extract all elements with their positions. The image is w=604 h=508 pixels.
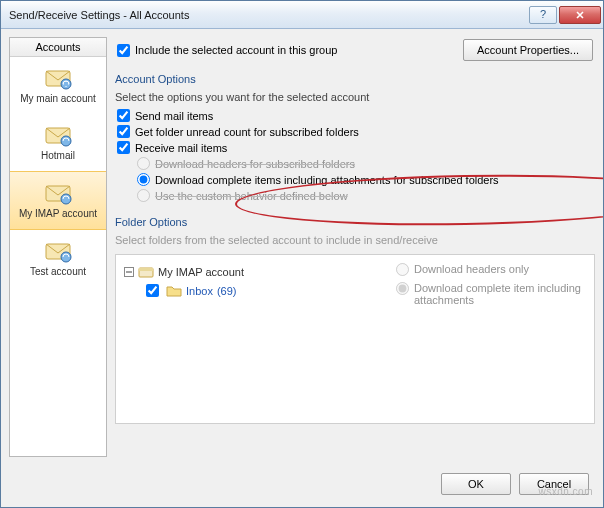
main-panel: Include the selected account in this gro… <box>115 37 595 457</box>
ok-button[interactable]: OK <box>441 473 511 495</box>
account-properties-button[interactable]: Account Properties... <box>463 39 593 61</box>
include-account-label: Include the selected account in this gro… <box>135 44 337 56</box>
receive-mail-option[interactable]: Receive mail items <box>117 141 595 154</box>
dialog-body: Accounts My main account Hotmail My IMAP… <box>1 29 603 465</box>
collapse-icon[interactable] <box>124 267 134 277</box>
cancel-button[interactable]: Cancel <box>519 473 589 495</box>
receive-mail-checkbox[interactable] <box>117 141 130 154</box>
dialog-footer: OK Cancel <box>1 465 603 507</box>
tree-inbox-row[interactable]: Inbox (69) <box>124 281 386 300</box>
folder-download-mode: Download headers only Download complete … <box>396 263 586 415</box>
folder-mode-complete-label: Download complete item including attachm… <box>414 282 586 306</box>
sidebar-item-main-account[interactable]: My main account <box>10 57 106 114</box>
top-row: Include the selected account in this gro… <box>115 37 595 65</box>
unread-count-option[interactable]: Get folder unread count for subscribed f… <box>117 125 595 138</box>
sidebar-item-imap-account[interactable]: My IMAP account <box>10 171 106 230</box>
receive-mode-group: Download headers for subscribed folders … <box>117 157 595 202</box>
accounts-header: Accounts <box>10 38 106 57</box>
folder-options-hint: Select folders from the selected account… <box>115 232 595 248</box>
mode-headers-label: Download headers for subscribed folders <box>155 158 355 170</box>
svg-text:?: ? <box>540 10 546 20</box>
folder-mode-headers-option: Download headers only <box>396 263 586 276</box>
folder-mode-headers-label: Download headers only <box>414 263 529 275</box>
account-icon <box>42 238 74 264</box>
help-button[interactable]: ? <box>529 6 557 24</box>
send-mail-checkbox[interactable] <box>117 109 130 122</box>
receive-mail-label: Receive mail items <box>135 142 227 154</box>
unread-count-checkbox[interactable] <box>117 125 130 138</box>
mode-complete-radio[interactable] <box>137 173 150 186</box>
folder-mode-headers-radio <box>396 263 409 276</box>
folder-mode-complete-radio <box>396 282 409 295</box>
sidebar-item-test-account[interactable]: Test account <box>10 230 106 287</box>
folder-options-title: Folder Options <box>115 212 595 228</box>
accounts-sidebar: Accounts My main account Hotmail My IMAP… <box>9 37 107 457</box>
inbox-checkbox[interactable] <box>146 284 159 297</box>
sidebar-item-label: Hotmail <box>41 150 75 161</box>
mode-complete-option[interactable]: Download complete items including attach… <box>137 173 595 186</box>
folder-icon <box>166 285 182 297</box>
folder-tree: My IMAP account Inbox (69) <box>124 263 386 415</box>
sidebar-item-label: My main account <box>20 93 96 104</box>
dialog-window: Send/Receive Settings - All Accounts ? A… <box>0 0 604 508</box>
mode-custom-option[interactable]: Use the custom behavior defined below <box>137 189 595 202</box>
close-button[interactable] <box>559 6 601 24</box>
inbox-label: Inbox <box>186 285 213 297</box>
sidebar-item-label: Test account <box>30 266 86 277</box>
titlebar: Send/Receive Settings - All Accounts ? <box>1 1 603 29</box>
window-title: Send/Receive Settings - All Accounts <box>9 9 527 21</box>
account-icon <box>42 180 74 206</box>
mode-headers-radio[interactable] <box>137 157 150 170</box>
sidebar-item-label: My IMAP account <box>19 208 97 219</box>
mode-headers-option[interactable]: Download headers for subscribed folders <box>137 157 595 170</box>
send-mail-label: Send mail items <box>135 110 213 122</box>
sidebar-item-hotmail[interactable]: Hotmail <box>10 114 106 171</box>
inbox-count: (69) <box>217 285 237 297</box>
tree-root-row[interactable]: My IMAP account <box>124 265 386 279</box>
account-options-hint: Select the options you want for the sele… <box>115 89 595 105</box>
unread-count-label: Get folder unread count for subscribed f… <box>135 126 359 138</box>
folder-mode-complete-option: Download complete item including attachm… <box>396 282 586 306</box>
mode-custom-radio[interactable] <box>137 189 150 202</box>
account-options-title: Account Options <box>115 69 595 85</box>
include-account-option[interactable]: Include the selected account in this gro… <box>117 44 337 57</box>
mode-custom-label: Use the custom behavior defined below <box>155 190 348 202</box>
store-icon <box>138 265 154 279</box>
mode-complete-label: Download complete items including attach… <box>155 174 499 186</box>
send-mail-option[interactable]: Send mail items <box>117 109 595 122</box>
account-icon <box>42 65 74 91</box>
account-icon <box>42 122 74 148</box>
include-account-checkbox[interactable] <box>117 44 130 57</box>
tree-root-label: My IMAP account <box>158 266 244 278</box>
folder-options-box: My IMAP account Inbox (69) Download head… <box>115 254 595 424</box>
account-options-group: Send mail items Get folder unread count … <box>115 109 595 202</box>
svg-rect-11 <box>139 268 153 271</box>
